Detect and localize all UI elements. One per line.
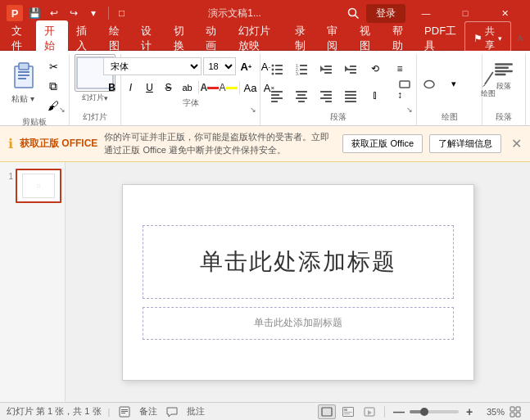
svg-rect-30 <box>271 101 278 102</box>
comments-button[interactable] <box>164 404 180 419</box>
align-items: 段落 <box>487 54 520 110</box>
svg-rect-14 <box>300 65 307 66</box>
reading-view-button[interactable] <box>360 404 378 419</box>
shapes-more[interactable]: ▾ <box>442 72 465 95</box>
notification-close-button[interactable]: ✕ <box>511 136 522 151</box>
bullets-button[interactable] <box>265 57 288 80</box>
ribbon-collapse-button[interactable]: ∧ <box>514 30 527 47</box>
svg-rect-22 <box>324 72 332 74</box>
strikethrough-button[interactable]: S <box>160 79 178 96</box>
font-family-select[interactable]: 宋体 <box>103 57 202 75</box>
menu-bar: 文件 开始 插入 绘图 设计 切换 动画 幻灯片放映 录制 审阅 视图 帮助 P… <box>0 26 530 51</box>
save-button[interactable]: 💾 <box>26 5 43 21</box>
font-size-display[interactable]: Aa <box>242 79 260 96</box>
ribbon-font-group: 宋体 18 A+ A- B I U S ab A <box>121 54 260 125</box>
copy-button[interactable]: ⧉ <box>43 77 64 95</box>
numbering-button[interactable]: 1.2.3. <box>290 57 313 80</box>
slide-subtitle-text: 单击此处添加副标题 <box>254 316 342 330</box>
increase-indent-button[interactable] <box>339 57 362 80</box>
svg-line-1 <box>356 16 359 19</box>
clipboard-items: 粘贴 ▾ ✂ ⧉ 🖌 <box>5 54 64 115</box>
divider <box>198 81 199 94</box>
notes-label[interactable]: 备注 <box>139 405 157 418</box>
align-right-button[interactable] <box>315 84 337 106</box>
zoom-handle[interactable] <box>420 408 428 416</box>
redo-button[interactable]: ↪ <box>66 5 82 21</box>
learn-more-button[interactable]: 了解详细信息 <box>429 134 501 153</box>
svg-rect-42 <box>345 101 356 102</box>
paste-dropdown[interactable]: 粘贴 ▾ <box>5 92 41 106</box>
slide-mini: □ <box>22 174 55 198</box>
align-left-button[interactable] <box>265 84 288 106</box>
svg-rect-36 <box>324 94 332 96</box>
align-center-button[interactable] <box>290 84 313 106</box>
font-label: 字体 <box>126 96 255 111</box>
font-color-button[interactable]: A <box>201 79 219 96</box>
zoom-level[interactable]: 35% <box>480 407 505 417</box>
slide-canvas[interactable]: 单击此处添加标题 单击此处添加副标题 <box>122 184 474 381</box>
slide-thumb-box-1[interactable]: □ <box>16 169 61 203</box>
shape-2[interactable] <box>418 72 441 95</box>
svg-rect-12 <box>275 73 283 75</box>
slide-panel: 1 □ <box>0 162 66 402</box>
svg-rect-40 <box>345 94 356 96</box>
svg-rect-55 <box>121 409 128 410</box>
clipboard-expand[interactable]: ↘ <box>57 105 67 115</box>
notification-bar: ℹ 获取正版 OFFICE 你的许可证并非正版，你可能是盗版软件的受害者。立即通… <box>0 126 530 162</box>
increase-font-button[interactable]: A+ <box>238 58 256 75</box>
bold-button[interactable]: B <box>103 79 121 96</box>
paragraph-label: 段落 <box>260 110 416 125</box>
svg-rect-46 <box>495 67 509 70</box>
columns-button[interactable]: ⫿ <box>364 84 387 106</box>
ribbon-content: 粘贴 ▾ ✂ ⧉ 🖌 剪贴板 ↘ 幻灯片 <box>0 51 530 125</box>
canvas-area[interactable]: 单击此处添加标题 单击此处添加副标题 <box>66 162 530 402</box>
svg-point-7 <box>272 65 274 67</box>
shape-1[interactable] <box>393 72 416 95</box>
svg-point-9 <box>272 69 274 71</box>
zoom-bar: — + 35% <box>391 404 523 419</box>
svg-point-11 <box>272 73 274 75</box>
notification-icon: ℹ <box>8 136 13 151</box>
autosave-toggle[interactable]: □ <box>116 5 128 21</box>
zoom-slider[interactable] <box>410 410 459 413</box>
shadow-button[interactable]: ab <box>179 79 197 96</box>
comments-label[interactable]: 批注 <box>187 405 205 418</box>
highlight-color-button[interactable]: A <box>220 79 238 96</box>
font-size-select[interactable]: 18 <box>203 57 236 75</box>
notes-button[interactable] <box>116 404 133 419</box>
svg-rect-61 <box>344 412 352 413</box>
paragraph-align-button[interactable]: 段落 <box>487 57 520 95</box>
svg-rect-10 <box>275 69 283 70</box>
align-group-label: 段落 <box>487 110 520 125</box>
decrease-indent-button[interactable] <box>315 57 337 80</box>
svg-rect-43 <box>400 81 410 88</box>
svg-rect-62 <box>344 413 350 414</box>
normal-view-button[interactable] <box>318 404 336 419</box>
paste-button[interactable] <box>5 54 41 92</box>
cut-button[interactable]: ✂ <box>43 57 64 75</box>
undo-button[interactable]: ↩ <box>46 5 62 21</box>
zoom-minus-button[interactable]: — <box>391 404 407 419</box>
underline-button[interactable]: U <box>141 79 159 96</box>
slide-subtitle-area[interactable]: 单击此处添加副标题 <box>143 307 454 340</box>
main-area: 1 □ 单击此处添加标题 单击此处添加副标题 <box>0 162 530 402</box>
get-office-button[interactable]: 获取正版 Office <box>342 134 423 153</box>
slide-count: 幻灯片 第 1 张，共 1 张 <box>7 405 102 418</box>
svg-rect-5 <box>18 75 29 76</box>
slideshow-view-button[interactable] <box>339 404 357 419</box>
font-expand[interactable]: ↘ <box>248 105 258 115</box>
italic-button[interactable]: I <box>122 79 140 96</box>
svg-rect-34 <box>298 101 305 102</box>
slides-label: 幻灯片 <box>75 110 116 125</box>
text-direction-button[interactable]: ⟲ <box>364 57 387 80</box>
shape-grid: ▾ <box>393 72 465 95</box>
ribbon: 粘贴 ▾ ✂ ⧉ 🖌 剪贴板 ↘ 幻灯片 <box>0 51 530 126</box>
zoom-plus-button[interactable]: + <box>461 404 478 419</box>
fit-to-window-button[interactable] <box>507 404 523 419</box>
slide-thumbnail-1: 1 □ <box>3 169 61 203</box>
slide-title-area[interactable]: 单击此处添加标题 <box>143 225 454 299</box>
font-selector-row: 宋体 18 A+ A- <box>103 57 279 75</box>
quick-access-more[interactable]: ▾ <box>85 5 102 21</box>
justify-button[interactable] <box>339 84 362 106</box>
status-left: 幻灯片 第 1 张，共 1 张 | 备注 批注 <box>7 404 311 419</box>
